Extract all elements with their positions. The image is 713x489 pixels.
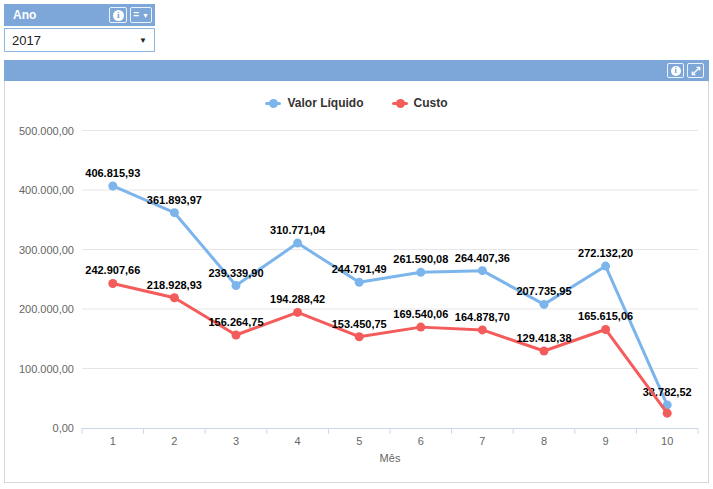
filter-title: Ano <box>13 8 109 22</box>
data-point <box>601 262 610 271</box>
x-tick-label: 9 <box>603 435 609 447</box>
equals-icon: = <box>133 10 139 20</box>
x-tick-label: 4 <box>295 435 301 447</box>
y-tick-label: 300.000,00 <box>19 244 74 256</box>
y-tick-label: 100.000,00 <box>19 363 74 375</box>
data-label: 310.771,04 <box>270 224 326 236</box>
data-label: 165.615,06 <box>578 310 633 322</box>
select-caret-icon: ▼ <box>139 36 147 45</box>
y-tick-label: 500.000,00 <box>19 125 74 137</box>
legend-item-custo[interactable]: Custo <box>392 96 448 110</box>
data-point <box>355 278 364 287</box>
y-tick-label: 200.000,00 <box>19 303 74 315</box>
data-label: 164.878,70 <box>455 311 510 323</box>
x-tick-label: 1 <box>110 435 116 447</box>
data-label: 156.264,75 <box>208 316 263 328</box>
legend-marker-icon <box>265 99 281 108</box>
series-line <box>113 186 667 405</box>
data-label: 244.791,49 <box>332 263 387 275</box>
data-label: 264.407,36 <box>455 252 510 264</box>
line-chart: 0,00100.000,00200.000,00300.000,00400.00… <box>5 81 708 481</box>
data-point <box>478 266 487 275</box>
data-label: 261.590,08 <box>393 253 448 265</box>
chart-panel-body: Valor LíquidoCusto 0,00100.000,00200.000… <box>4 81 709 483</box>
data-label: 129.418,38 <box>516 332 571 344</box>
year-select[interactable]: 2017 ▼ <box>4 28 155 52</box>
x-tick-label: 3 <box>233 435 239 447</box>
expand-icon <box>691 66 701 76</box>
year-select-value: 2017 <box>12 33 41 48</box>
data-point <box>108 181 117 190</box>
data-point <box>170 208 179 217</box>
data-label: 153.450,75 <box>332 318 387 330</box>
y-tick-label: 0,00 <box>53 422 74 434</box>
data-label: 218.928,93 <box>147 279 202 291</box>
data-label: 207.735,95 <box>516 285 571 297</box>
data-point <box>293 239 302 248</box>
data-point <box>663 409 672 418</box>
data-point <box>416 323 425 332</box>
data-label: 272.132,20 <box>578 247 633 259</box>
data-point <box>232 331 241 340</box>
data-point <box>540 300 549 309</box>
data-point <box>601 325 610 334</box>
data-point <box>355 332 364 341</box>
year-filter-header: Ano i = ▼ <box>4 4 155 26</box>
x-tick-label: 8 <box>541 435 547 447</box>
legend-marker-icon <box>392 99 408 108</box>
info-icon: i <box>113 10 124 21</box>
x-tick-label: 5 <box>356 435 362 447</box>
chart-legend: Valor LíquidoCusto <box>5 96 708 110</box>
chart-info-button[interactable]: i <box>667 63 684 78</box>
chart-expand-button[interactable] <box>687 63 704 78</box>
x-tick-label: 10 <box>661 435 673 447</box>
x-axis-title: Mês <box>380 452 401 464</box>
data-point <box>540 346 549 355</box>
chevron-down-icon: ▼ <box>142 12 149 19</box>
data-point <box>232 281 241 290</box>
data-point <box>416 268 425 277</box>
y-tick-label: 400.000,00 <box>19 184 74 196</box>
data-point <box>478 325 487 334</box>
data-point <box>108 279 117 288</box>
filter-info-button[interactable]: i <box>109 7 127 23</box>
x-tick-label: 2 <box>171 435 177 447</box>
filter-operator-button[interactable]: = ▼ <box>130 7 152 23</box>
data-point <box>293 308 302 317</box>
data-label: 194.288,42 <box>270 293 325 305</box>
series-line <box>113 283 667 413</box>
data-label: 239.339,90 <box>208 267 263 279</box>
legend-label: Valor Líquido <box>287 96 363 110</box>
data-label: 242.907,66 <box>85 264 140 276</box>
data-label: 361.893,97 <box>147 194 202 206</box>
data-label: 406.815,93 <box>85 167 140 179</box>
data-point <box>170 293 179 302</box>
x-tick-label: 6 <box>418 435 424 447</box>
legend-item-valor-liquido[interactable]: Valor Líquido <box>265 96 363 110</box>
chart-panel: i Valor LíquidoCusto 0,00100.000,00200.0… <box>4 60 709 483</box>
chart-panel-header: i <box>4 60 709 81</box>
x-tick-label: 7 <box>479 435 485 447</box>
filter-header-buttons: i = ▼ <box>109 7 152 23</box>
data-label: 169.540,06 <box>393 308 448 320</box>
info-icon: i <box>671 66 681 76</box>
legend-label: Custo <box>414 96 448 110</box>
year-filter-widget: Ano i = ▼ 2017 ▼ <box>4 4 155 52</box>
